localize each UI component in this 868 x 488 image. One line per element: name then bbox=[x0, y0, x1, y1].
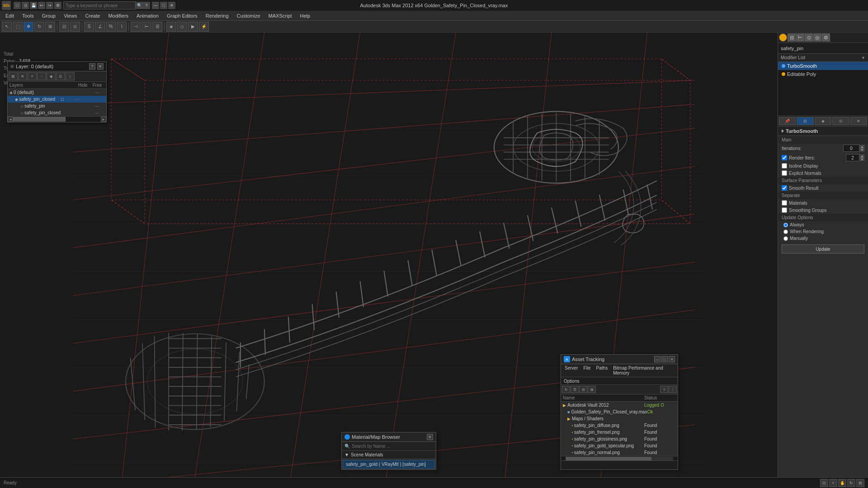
align-tool[interactable]: ⊢ bbox=[142, 22, 151, 32]
when-rendering-radio[interactable] bbox=[783, 230, 788, 234]
menu-group[interactable]: Group bbox=[38, 12, 60, 19]
modifier-editable-poly[interactable]: Editable Poly bbox=[778, 70, 868, 78]
open-icon[interactable]: ⎙ bbox=[22, 2, 29, 9]
pin-stack-btn[interactable]: 📌 bbox=[779, 117, 796, 125]
layer-manager[interactable]: ☰ bbox=[152, 22, 162, 32]
asset-minimize-button[interactable]: — bbox=[654, 356, 660, 362]
render-iters-input[interactable] bbox=[846, 154, 859, 161]
snap-percent[interactable]: % bbox=[106, 22, 116, 32]
isoline-checkbox[interactable] bbox=[782, 163, 787, 169]
object-name-input[interactable] bbox=[778, 43, 868, 54]
asset-row-vault[interactable]: ▶ Autodesk Vault 2012 Logged O bbox=[561, 402, 678, 408]
asset-row-diffuse[interactable]: ▪ safety_pin_diffuse.png Found bbox=[570, 422, 678, 429]
select-tool[interactable]: ↖ bbox=[2, 22, 12, 32]
search-button[interactable]: 🔍 bbox=[136, 2, 143, 9]
menu-rendering[interactable]: Rendering bbox=[202, 12, 232, 19]
material-item-safety-pin-gold[interactable]: safety_pin_gold ( VRayMtl ) [safety_pin] bbox=[343, 460, 435, 469]
utility-tab[interactable]: ⚙ bbox=[822, 33, 830, 42]
layers-delete-btn[interactable]: ✕ bbox=[18, 72, 27, 80]
always-radio[interactable] bbox=[783, 223, 788, 227]
material-browser-close[interactable]: ✕ bbox=[427, 434, 433, 440]
material-editor[interactable]: ◇ bbox=[177, 22, 187, 32]
menu-create[interactable]: Create bbox=[81, 12, 104, 19]
menu-tools[interactable]: Tools bbox=[19, 12, 38, 19]
layers-find-btn[interactable]: ⊙ bbox=[56, 72, 65, 80]
modifier-turbosmooth[interactable]: TurboSmooth bbox=[778, 62, 868, 70]
orbit-btn[interactable]: ↻ bbox=[847, 479, 855, 487]
update-button[interactable]: Update bbox=[782, 244, 864, 253]
asset-menu-file[interactable]: File bbox=[581, 365, 592, 376]
asset-more-btn[interactable]: ⋮ bbox=[669, 386, 677, 393]
layers-merge-btn[interactable]: ↕ bbox=[66, 72, 75, 80]
snap-angle[interactable]: ∠ bbox=[95, 22, 105, 32]
asset-row-normal[interactable]: ▪ safety_pin_normal.png Found bbox=[570, 449, 678, 456]
menu-modifiers[interactable]: Modifiers bbox=[104, 12, 132, 19]
render-scene[interactable]: ▶ bbox=[188, 22, 198, 32]
menu-animation[interactable]: Animation bbox=[133, 12, 162, 19]
material-search-input[interactable] bbox=[352, 444, 433, 449]
restore-button[interactable]: □ bbox=[160, 2, 167, 9]
menu-views[interactable]: Views bbox=[60, 12, 80, 19]
pivot-center[interactable]: ⊙ bbox=[70, 22, 80, 32]
undo-icon[interactable]: ↩ bbox=[38, 2, 45, 9]
make-unique-btn[interactable]: ⊙ bbox=[832, 117, 849, 125]
maximize-viewport-btn[interactable]: ⊞ bbox=[856, 479, 864, 487]
render-iters-up[interactable]: ▲ bbox=[860, 155, 864, 158]
layer-row-safety-pin[interactable]: ◇ safety_pin — bbox=[8, 103, 106, 109]
layer-row-default[interactable]: ◆ 0 (default) — bbox=[8, 89, 106, 96]
layers-remove-btn[interactable]: - bbox=[37, 72, 46, 80]
asset-help-btn[interactable]: ? bbox=[660, 386, 668, 393]
show-result-btn[interactable]: ◈ bbox=[815, 117, 831, 125]
layers-help-button[interactable]: ? bbox=[89, 63, 95, 70]
scroll-left-button[interactable]: ◄ bbox=[8, 117, 13, 122]
asset-menu-bitmap[interactable]: Bitmap Performance and Memory bbox=[611, 365, 676, 376]
scroll-track[interactable] bbox=[13, 117, 101, 122]
asset-list-btn[interactable]: ☰ bbox=[571, 386, 579, 393]
menu-maxscript[interactable]: MAXScript bbox=[265, 12, 296, 19]
asset-menu-server[interactable]: Server bbox=[563, 365, 580, 376]
asset-row-maps[interactable]: ▶ Maps / Shaders bbox=[566, 415, 678, 422]
smoothing-groups-checkbox[interactable] bbox=[782, 207, 787, 213]
layers-new-btn[interactable]: ⊞ bbox=[9, 72, 18, 80]
snap-2d[interactable]: S bbox=[84, 22, 94, 32]
reference-coord[interactable]: ⊡ bbox=[59, 22, 69, 32]
smooth-result-checkbox[interactable] bbox=[782, 185, 787, 191]
asset-row-gold-specular[interactable]: ▪ safety_pin_gold_specular.png Found bbox=[570, 442, 678, 449]
hierarchy-tab[interactable]: ⊢ bbox=[796, 33, 804, 42]
turbosmooth-header[interactable]: TurboSmooth bbox=[778, 127, 868, 136]
asset-menu-paths[interactable]: Paths bbox=[594, 365, 610, 376]
zoom-extents-btn[interactable]: ⊡ bbox=[820, 479, 828, 487]
mirror-tool[interactable]: ⊣ bbox=[131, 22, 141, 32]
layer-row-safety-pin-closed[interactable]: ◆ safety_pin_closed □ — bbox=[8, 96, 106, 103]
layers-add-btn[interactable]: + bbox=[28, 72, 37, 80]
render-iters-down[interactable]: ▼ bbox=[860, 158, 864, 161]
global-search-input[interactable] bbox=[63, 1, 136, 9]
minimize-button[interactable]: — bbox=[152, 2, 159, 9]
zoom-btn[interactable]: + bbox=[829, 479, 837, 487]
modifier-tab[interactable]: ⊟ bbox=[788, 33, 796, 42]
help-icon[interactable]: ? bbox=[143, 2, 150, 9]
layer-row-safety-pin-closed2[interactable]: ◇ safety_pin_closed — bbox=[8, 109, 106, 116]
motion-tab[interactable]: ⊙ bbox=[805, 33, 813, 42]
asset-refresh-btn[interactable]: ↻ bbox=[562, 386, 570, 393]
asset-row-frensel[interactable]: ▪ safety_pin_frensel.png Found bbox=[570, 429, 678, 436]
scroll-right-button[interactable]: ► bbox=[101, 117, 106, 122]
new-icon[interactable]: □ bbox=[14, 2, 21, 9]
asset-scroll-track[interactable] bbox=[561, 456, 678, 460]
materials-checkbox[interactable] bbox=[782, 200, 787, 206]
iterations-input[interactable] bbox=[843, 145, 859, 152]
layers-close-button[interactable]: ✕ bbox=[97, 63, 104, 70]
save-icon[interactable]: 💾 bbox=[30, 2, 37, 9]
layers-highlight-btn[interactable]: ◈ bbox=[47, 72, 56, 80]
render-iters-checkbox[interactable] bbox=[782, 155, 787, 160]
asset-restore-button[interactable]: □ bbox=[661, 356, 668, 362]
menu-help[interactable]: Help bbox=[297, 12, 314, 19]
quick-render[interactable]: ⚡ bbox=[199, 22, 209, 32]
rotate-tool[interactable]: ↻ bbox=[34, 22, 44, 32]
remove-modifier-btn[interactable]: ✕ bbox=[850, 117, 867, 125]
manually-radio[interactable] bbox=[783, 236, 788, 241]
asset-menu-options[interactable]: Options bbox=[564, 379, 579, 384]
iterations-up[interactable]: ▲ bbox=[860, 145, 864, 148]
select-region[interactable]: ⬚ bbox=[13, 22, 23, 32]
render-sphere-gold[interactable] bbox=[779, 33, 787, 42]
